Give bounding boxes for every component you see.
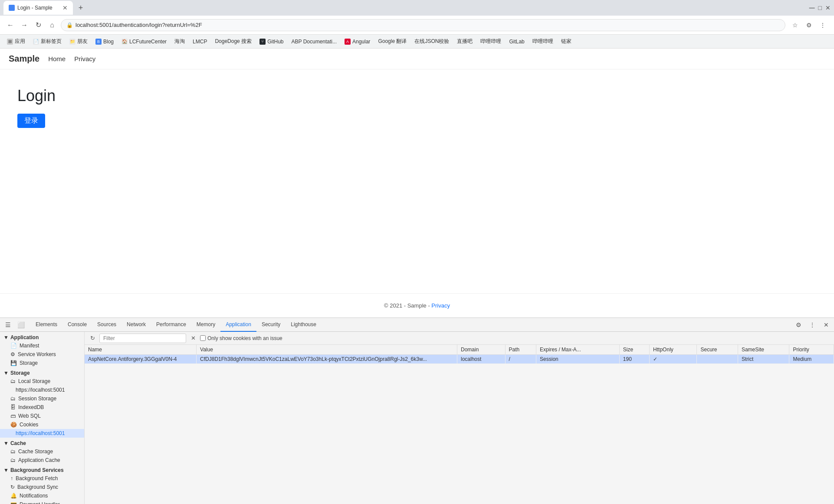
sidebar-item-bg-fetch[interactable]: ↑ Background Fetch (0, 474, 84, 483)
sidebar-header-bg-services[interactable]: ▼ Background Services (0, 465, 84, 474)
sidebar-header-storage[interactable]: ▼ Storage (0, 367, 84, 377)
forward-button[interactable]: → (19, 20, 30, 30)
bookmark-friends[interactable]: 📁 朋友 (66, 37, 91, 46)
sidebar-header-cache[interactable]: ▼ Cache (0, 438, 84, 447)
indexeddb-icon: 🗄 (10, 404, 16, 410)
sidebar-sub-cookies[interactable]: https://localhost:5001 (0, 429, 84, 438)
sidebar-item-local-storage[interactable]: 🗂 Local Storage (0, 377, 84, 386)
bookmark-haitao-label: 海淘 (174, 38, 185, 45)
browser-tab[interactable]: Login - Sample ✕ (3, 1, 73, 15)
bookmark-bilibili1[interactable]: 哔哩哔哩 (477, 37, 505, 46)
bookmark-apps[interactable]: ⊞ 应用 (3, 37, 29, 46)
sidebar-item-bg-sync[interactable]: ↻ Background Sync (0, 483, 84, 491)
bookmark-blog[interactable]: B Blog (92, 38, 117, 46)
site-footer: © 2021 - Sample - Privacy (0, 293, 834, 317)
bookmark-haitao[interactable]: 海淘 (171, 37, 188, 46)
home-button[interactable]: ⌂ (47, 20, 57, 30)
site-nav: Sample Home Privacy (0, 49, 834, 69)
bookmark-github[interactable]: ⑂ GitHub (256, 38, 287, 46)
devtools-close-btn[interactable]: ✕ (820, 319, 832, 331)
sidebar-item-storage[interactable]: 💾 Storage (0, 359, 84, 367)
refresh-cookies-btn[interactable]: ↻ (88, 334, 97, 343)
footer-privacy-link[interactable]: Privacy (431, 302, 450, 309)
bookmark-bilibili2[interactable]: 哔哩哔哩 (529, 37, 557, 46)
devtools-settings-btn[interactable]: ⚙ (792, 319, 804, 331)
main-area: Login 登录 (0, 69, 834, 293)
tab-security[interactable]: Security (256, 318, 286, 332)
sidebar-item-notifications[interactable]: 🔔 Notifications (0, 491, 84, 500)
sidebar-item-session-storage[interactable]: 🗂 Session Storage (0, 394, 84, 403)
menu-icon[interactable]: ⋮ (817, 19, 829, 31)
new-tab-button[interactable]: + (75, 2, 87, 14)
minimize-btn[interactable]: ─ (809, 3, 815, 13)
site-nav-privacy[interactable]: Privacy (74, 55, 95, 62)
url-box[interactable]: 🔒 localhost:5001/authentication/login?re… (61, 19, 785, 31)
sidebar-item-cache-storage[interactable]: 🗂 Cache Storage (0, 447, 84, 456)
devtools-toggle-btn[interactable]: ☰ (2, 319, 14, 331)
col-httponly[interactable]: HttpOnly (650, 345, 697, 355)
sidebar-header-application[interactable]: ▼ Application (0, 332, 84, 341)
only-issues-checkbox[interactable] (200, 335, 206, 341)
tab-memory[interactable]: Memory (191, 318, 220, 332)
tab-performance[interactable]: Performance (151, 318, 191, 332)
col-samesite[interactable]: SameSite (738, 345, 789, 355)
bookmark-live[interactable]: 直播吧 (453, 37, 476, 46)
bookmark-friends-label: 朋友 (77, 38, 88, 45)
sidebar-item-cookies[interactable]: 🍪 Cookies (0, 420, 84, 429)
close-btn[interactable]: ✕ (825, 4, 831, 11)
devtools-more-btn[interactable]: ⋮ (806, 319, 818, 331)
col-name[interactable]: Name (85, 345, 197, 355)
sidebar-item-indexeddb[interactable]: 🗄 IndexedDB (0, 403, 84, 412)
bookmark-icon[interactable]: ☆ (789, 19, 801, 31)
sidebar-item-manifest[interactable]: 📄 Manifest (0, 341, 84, 350)
bookmark-angular[interactable]: A Angular (341, 38, 374, 46)
sidebar-item-payment-handler[interactable]: 💳 Payment Handler (0, 500, 84, 504)
tab-sources[interactable]: Sources (92, 318, 121, 332)
sidebar-item-application-cache[interactable]: 🗂 Application Cache (0, 456, 84, 465)
tab-application[interactable]: Application (220, 318, 256, 332)
sidebar-storage-label: Storage (20, 360, 38, 366)
refresh-button[interactable]: ↻ (33, 20, 43, 30)
sidebar-web-sql-label: Web SQL (18, 413, 41, 419)
sidebar-item-web-sql[interactable]: 🗃 Web SQL (0, 412, 84, 420)
only-issues-checkbox-label[interactable]: Only show cookies with an issue (200, 335, 282, 341)
table-row[interactable]: AspNetCore.Antiforgery.3GGgalV0N-4CfDJ8D… (85, 355, 834, 364)
sidebar-item-service-workers[interactable]: ⚙ Service Workers (0, 350, 84, 359)
bg-fetch-icon: ↑ (10, 475, 13, 481)
col-size[interactable]: Size (619, 345, 649, 355)
tab-lighthouse[interactable]: Lighthouse (286, 318, 322, 332)
back-button[interactable]: ← (5, 20, 16, 30)
devtools-dock-btn[interactable]: ⬜ (15, 319, 27, 331)
tab-elements[interactable]: Elements (30, 318, 62, 332)
bookmark-dogedoge[interactable]: DogeDoge 搜索 (211, 37, 255, 46)
bookmark-json-label: 在线JSON校验 (414, 38, 449, 45)
extension-icon[interactable]: ⚙ (803, 19, 815, 31)
col-value[interactable]: Value (197, 345, 457, 355)
bookmark-abp[interactable]: ABP Documentati... (288, 38, 341, 46)
col-domain[interactable]: Domain (457, 345, 505, 355)
maximize-btn[interactable]: □ (818, 4, 822, 11)
bookmark-lmcp-label: LMCP (193, 39, 207, 45)
sidebar-bg-sync-label: Background Sync (17, 484, 58, 490)
bookmark-lcfuture[interactable]: 🏠 LCFutureCenter (118, 38, 170, 46)
bookmark-gitlab[interactable]: GitLab (506, 38, 528, 46)
filter-input[interactable] (99, 334, 186, 343)
sidebar-sub-local-storage[interactable]: https://localhost:5001 (0, 386, 84, 394)
bookmark-translate[interactable]: Google 翻译 (374, 37, 410, 46)
bookmark-lianjia[interactable]: 链家 (558, 37, 575, 46)
col-priority[interactable]: Priority (789, 345, 834, 355)
bookmark-lmcp[interactable]: LMCP (189, 38, 210, 46)
only-issues-label-text: Only show cookies with an issue (207, 335, 282, 341)
col-secure[interactable]: Secure (697, 345, 738, 355)
col-expires[interactable]: Expires / Max-A... (536, 345, 620, 355)
bookmark-new-tab[interactable]: 📄 新标签页 (30, 37, 65, 46)
login-button[interactable]: 登录 (17, 114, 45, 128)
tab-close-btn[interactable]: ✕ (62, 4, 68, 11)
clear-filter-btn[interactable]: ✕ (189, 334, 197, 343)
bookmark-json[interactable]: 在线JSON校验 (411, 37, 453, 46)
tab-network[interactable]: Network (121, 318, 151, 332)
col-path[interactable]: Path (505, 345, 536, 355)
tab-console[interactable]: Console (62, 318, 92, 332)
site-nav-home[interactable]: Home (48, 55, 66, 62)
sidebar-cache-header-label: Cache (10, 440, 26, 446)
